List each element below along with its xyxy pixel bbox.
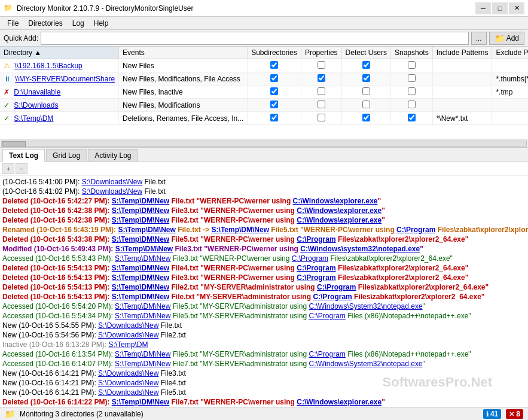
- log-path[interactable]: C:\Program: [297, 235, 335, 244]
- snapshots-checkbox[interactable]: [408, 74, 416, 82]
- log-path[interactable]: S:\Temp\DM\New: [112, 206, 169, 215]
- dir-props-cell[interactable]: [301, 72, 341, 86]
- dir-detect-cell[interactable]: [341, 72, 390, 86]
- log-path[interactable]: C:\Windows\explorer.exe: [297, 206, 381, 215]
- snapshots-checkbox[interactable]: [408, 101, 416, 108]
- log-path[interactable]: C:\Program: [309, 312, 345, 320]
- props-checkbox[interactable]: [318, 87, 325, 95]
- log-path[interactable]: S:\Downloads\New: [98, 321, 158, 330]
- detect-checkbox[interactable]: [362, 61, 370, 69]
- col-directory[interactable]: Directory ▲: [0, 47, 119, 59]
- col-include-patterns[interactable]: Include Patterns: [432, 47, 492, 59]
- dir-link[interactable]: S:\Downloads: [14, 101, 58, 109]
- tab-activity-log[interactable]: Activity Log: [88, 149, 138, 162]
- dir-detect-cell[interactable]: [341, 86, 390, 99]
- dir-snapshots-cell[interactable]: [390, 59, 432, 72]
- tab-text-log[interactable]: Text Log: [2, 149, 45, 162]
- log-path[interactable]: S:\Temp\DM\New: [112, 197, 169, 205]
- log-path[interactable]: S:\Temp\DM\New: [212, 226, 269, 234]
- subdirs-checkbox[interactable]: [270, 61, 278, 69]
- subdirs-checkbox[interactable]: [270, 101, 278, 108]
- browse-button[interactable]: ...: [471, 32, 487, 45]
- log-path[interactable]: S:\Temp\DM\New: [115, 302, 170, 311]
- log-path[interactable]: C:\Program: [297, 264, 335, 272]
- detect-checkbox[interactable]: [362, 101, 370, 108]
- menu-log[interactable]: Log: [68, 18, 89, 29]
- snapshots-checkbox[interactable]: [408, 61, 416, 69]
- detect-checkbox[interactable]: [362, 87, 370, 95]
- col-exclude-patterns[interactable]: Exclude Patterns: [492, 47, 528, 59]
- log-path[interactable]: C:\Program: [292, 254, 328, 263]
- dir-snapshots-cell[interactable]: [390, 72, 432, 86]
- dir-snapshots-cell[interactable]: [390, 86, 432, 99]
- table-row[interactable]: ⏸ \\MY-SERVER\DocumentShare New Files, M…: [0, 72, 528, 86]
- log-path[interactable]: C:\Program: [309, 350, 345, 358]
- log-path[interactable]: C:\Windows\system32\notepad.exe: [300, 245, 420, 253]
- menu-directories[interactable]: Directories: [23, 18, 67, 29]
- log-path[interactable]: S:\Temp\DM\New: [112, 235, 169, 244]
- log-decrease-font[interactable]: −: [16, 163, 28, 174]
- horizontal-scrollbar[interactable]: [0, 139, 528, 148]
- log-path[interactable]: C:\Program: [313, 293, 352, 301]
- subdirs-checkbox[interactable]: [270, 87, 278, 95]
- dir-subdirs-cell[interactable]: [248, 72, 301, 86]
- table-row[interactable]: ⚠ \\192.168.1.5\Backup New Files: [0, 59, 528, 72]
- props-checkbox[interactable]: [318, 61, 325, 69]
- quickadd-input[interactable]: [41, 32, 469, 45]
- log-path[interactable]: S:\Temp\DM\New: [118, 226, 175, 234]
- log-path[interactable]: C:\Program: [297, 273, 335, 282]
- dir-subdirs-cell[interactable]: [248, 112, 301, 125]
- table-row[interactable]: ✗ D:\Unavailable New Files, Inactive *.t…: [0, 86, 528, 99]
- log-path[interactable]: S:\Temp\DM\New: [112, 216, 169, 224]
- dir-props-cell[interactable]: [301, 59, 341, 72]
- dir-props-cell[interactable]: [301, 112, 341, 125]
- dir-snapshots-cell[interactable]: [390, 99, 432, 112]
- dir-link[interactable]: \\192.168.1.5\Backup: [14, 62, 82, 70]
- log-path[interactable]: S:\Downloads\New: [98, 379, 158, 387]
- detect-checkbox[interactable]: [362, 74, 370, 82]
- log-path[interactable]: S:\Downloads\New: [98, 369, 158, 378]
- dir-detect-cell[interactable]: [341, 112, 390, 125]
- table-row[interactable]: ✓ S:\Downloads New Files, Modifications: [0, 99, 528, 112]
- snapshots-checkbox[interactable]: [408, 114, 416, 121]
- col-detect-users[interactable]: Detect Users: [341, 47, 390, 59]
- log-path[interactable]: S:\Temp\DM\New: [115, 245, 173, 253]
- log-path[interactable]: S:\Temp\DM\New: [115, 360, 170, 368]
- log-path[interactable]: S:\Temp\DM\New: [112, 264, 169, 272]
- dir-subdirs-cell[interactable]: [248, 99, 301, 112]
- log-path[interactable]: S:\Temp\DM\New: [115, 350, 170, 358]
- scroll-track[interactable]: [1, 141, 527, 147]
- subdirs-checkbox[interactable]: [270, 74, 278, 82]
- menu-file[interactable]: File: [2, 18, 23, 29]
- table-row[interactable]: ✓ S:\Temp\DM Deletions, Renames, File Ac…: [0, 112, 528, 125]
- log-path[interactable]: S:\Temp\DM\New: [112, 398, 169, 406]
- maximize-button[interactable]: □: [492, 2, 508, 14]
- log-content[interactable]: (10-Oct-16 5:41:00 PM): S:\Downloads\New…: [0, 176, 528, 420]
- log-path[interactable]: S:\Downloads\New: [82, 187, 142, 196]
- dir-link[interactable]: S:\Temp\DM: [14, 114, 53, 123]
- log-path[interactable]: C:\Windows\explorer.exe: [297, 216, 381, 224]
- dir-detect-cell[interactable]: [341, 59, 390, 72]
- tab-grid-log[interactable]: Grid Log: [46, 149, 87, 162]
- log-path[interactable]: S:\Downloads\New: [82, 178, 142, 186]
- log-path[interactable]: C:\Windows\System32\notepad.exe: [309, 302, 422, 311]
- dir-subdirs-cell[interactable]: [248, 86, 301, 99]
- log-path[interactable]: S:\Temp\DM\New: [112, 273, 169, 282]
- snapshots-checkbox[interactable]: [408, 87, 416, 95]
- dir-snapshots-cell[interactable]: [390, 112, 432, 125]
- props-checkbox[interactable]: [318, 101, 325, 108]
- col-properties[interactable]: Properties: [301, 47, 341, 59]
- log-path[interactable]: C:\Windows\explorer.exe: [297, 398, 381, 406]
- minimize-button[interactable]: ─: [475, 2, 491, 14]
- log-path[interactable]: C:\Program: [396, 226, 435, 234]
- log-path[interactable]: C:\Windows\explorer.exe: [293, 197, 378, 205]
- log-path[interactable]: S:\Temp\DM\New: [112, 293, 169, 301]
- props-checkbox[interactable]: [318, 114, 325, 121]
- detect-checkbox[interactable]: [362, 114, 370, 121]
- close-button[interactable]: ✕: [509, 2, 524, 14]
- log-path[interactable]: S:\Downloads\New: [98, 388, 158, 397]
- col-events[interactable]: Events: [119, 47, 248, 59]
- log-path[interactable]: S:\Temp\DM\New: [115, 254, 170, 263]
- dir-props-cell[interactable]: [301, 99, 341, 112]
- props-checkbox[interactable]: [318, 74, 325, 82]
